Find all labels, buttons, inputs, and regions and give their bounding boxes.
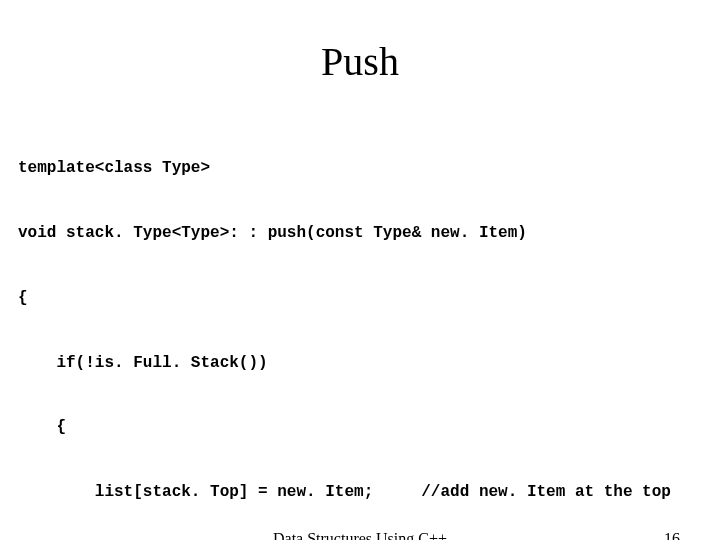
code-line: if(!is. Full. Stack()) <box>18 353 710 375</box>
code-line: template<class Type> <box>18 158 710 180</box>
page-number: 16 <box>664 530 680 540</box>
code-line: { <box>18 417 710 439</box>
slide-title: Push <box>0 38 720 85</box>
slide: Push template<class Type> void stack. Ty… <box>0 38 720 540</box>
code-line: { <box>18 288 710 310</box>
code-block: template<class Type> void stack. Type<Ty… <box>18 115 710 540</box>
footer-text: Data Structures Using C++ <box>0 530 720 540</box>
code-line: void stack. Type<Type>: : push(const Typ… <box>18 223 710 245</box>
code-line: list[stack. Top] = new. Item; //add new.… <box>18 482 710 504</box>
